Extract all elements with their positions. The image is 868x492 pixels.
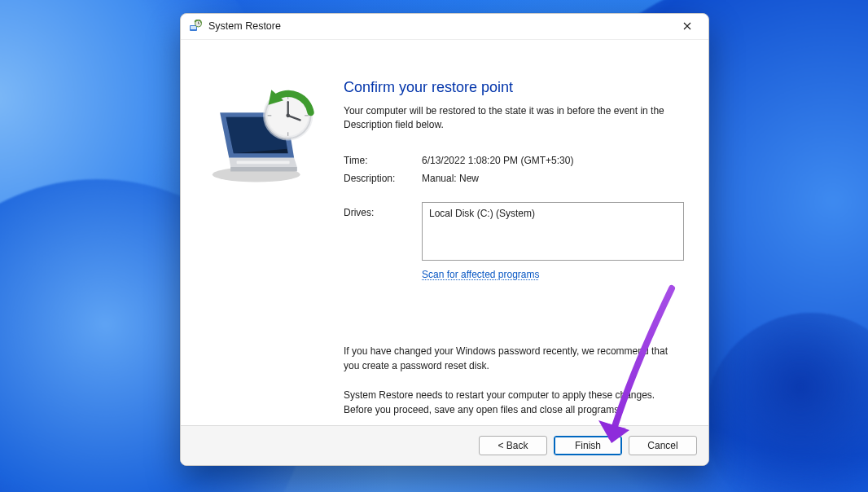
window-title: System Restore [208,20,669,32]
svg-rect-1 [191,26,196,29]
drives-row: Drives: Local Disk (C:) (System) Scan fo… [344,202,684,280]
system-restore-icon [189,20,202,33]
time-row: Time: 6/13/2022 1:08:20 PM (GMT+5:30) [344,155,684,166]
cancel-button[interactable]: Cancel [629,436,697,455]
description-row: Description: Manual: New [344,173,684,184]
restore-illustration-icon [202,82,326,188]
svg-point-14 [286,113,290,117]
button-bar: < Back Finish Cancel [181,426,708,465]
system-restore-window: System Restore [180,13,709,466]
time-label: Time: [344,155,422,166]
time-value: 6/13/2022 1:08:20 PM (GMT+5:30) [422,155,684,166]
page-subtext: Your computer will be restored to the st… [344,104,684,133]
description-label: Description: [344,173,422,184]
password-note: If you have changed your Windows passwor… [344,344,684,373]
drives-list-item[interactable]: Local Disk (C:) (System) [429,208,677,219]
dialog-content: Confirm your restore point Your computer… [335,40,708,426]
titlebar: System Restore [181,14,708,40]
back-button[interactable]: < Back [479,436,547,455]
desktop-background: System Restore [0,0,868,492]
scan-affected-programs-link[interactable]: Scan for affected programs [422,269,540,280]
wizard-illustration-pane [181,40,335,426]
description-value: Manual: New [422,173,684,184]
svg-rect-5 [237,160,290,164]
close-icon [683,22,691,30]
restart-note: System Restore needs to restart your com… [344,388,684,417]
close-button[interactable] [669,14,705,38]
drives-label: Drives: [344,202,422,280]
finish-button[interactable]: Finish [554,436,622,455]
footer-notes: If you have changed your Windows passwor… [344,344,684,417]
page-heading: Confirm your restore point [344,79,684,96]
dialog-body: Confirm your restore point Your computer… [181,40,708,427]
drives-listbox[interactable]: Local Disk (C:) (System) [422,202,684,261]
